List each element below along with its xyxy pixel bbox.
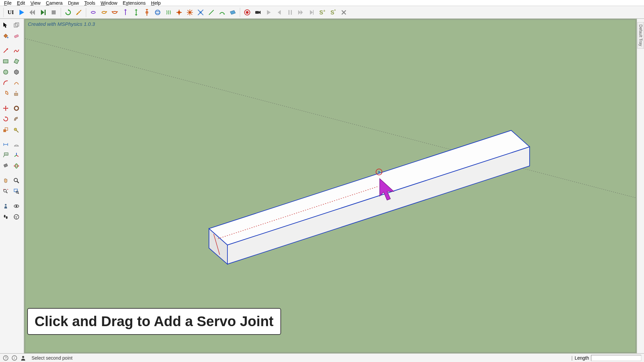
menu-help[interactable]: Help [148, 0, 163, 6]
right-tray-label[interactable]: Default Tray [637, 22, 644, 49]
rotate-tool[interactable] [1, 114, 11, 124]
info-icon[interactable]: i [11, 355, 17, 361]
menu-window[interactable]: Window [98, 0, 120, 6]
line-tool[interactable] [1, 46, 11, 56]
svg-line-83 [17, 181, 19, 183]
curvy-slider-button[interactable] [217, 7, 227, 17]
orbit-tool[interactable] [11, 161, 21, 171]
ball-button[interactable] [185, 7, 195, 17]
make-component-tool[interactable] [11, 20, 21, 30]
pause-button[interactable] [285, 7, 295, 17]
close-overlay-button[interactable] [339, 7, 349, 17]
servo-button[interactable] [110, 7, 120, 17]
help-icon[interactable]: ? [3, 355, 9, 361]
camera-button[interactable] [253, 7, 263, 17]
step-forward-button[interactable] [38, 7, 48, 17]
pie-tool[interactable] [1, 88, 11, 99]
record-button[interactable] [242, 7, 252, 17]
zoom-tool[interactable] [11, 176, 21, 186]
svg-marker-17 [146, 9, 148, 10]
rewind-button[interactable] [27, 7, 37, 17]
move-tool[interactable] [1, 103, 11, 113]
follow-me-tool[interactable] [11, 103, 21, 113]
pan-tool[interactable] [1, 176, 11, 186]
svg-line-77 [16, 155, 18, 157]
rectangle-tool[interactable] [1, 56, 11, 66]
up-vector-button[interactable] [153, 7, 163, 17]
select-tool[interactable] [1, 20, 11, 30]
svg-marker-9 [111, 11, 113, 12]
menu-draw[interactable]: Draw [65, 0, 82, 6]
axes-tool[interactable] [11, 150, 21, 160]
fast-fwd-button[interactable] [296, 7, 306, 17]
gyro-button[interactable] [163, 7, 173, 17]
plane-button[interactable] [228, 7, 238, 17]
svg-text:A1: A1 [5, 153, 8, 155]
position-camera-tool[interactable] [1, 201, 11, 211]
freehand-tool[interactable] [11, 46, 21, 56]
dimension-tool[interactable] [1, 139, 11, 149]
look-around-tool[interactable] [11, 201, 21, 211]
ui-button[interactable]: UI [6, 7, 16, 17]
viewport[interactable]: Created with MSPhysics 1.0.3 [24, 19, 637, 353]
svg-marker-79 [4, 164, 8, 167]
play-rec-button[interactable] [264, 7, 274, 17]
universal-button[interactable] [196, 7, 206, 17]
svg-rect-62 [14, 93, 18, 96]
person-icon[interactable] [20, 355, 26, 361]
motor-button[interactable] [99, 7, 109, 17]
menu-file[interactable]: File [1, 0, 14, 6]
menu-tools[interactable]: Tools [82, 0, 98, 6]
corkscrew-button[interactable] [206, 7, 216, 17]
spring-button[interactable] [142, 7, 152, 17]
tape-measure-tool[interactable] [11, 125, 21, 135]
eraser-tool[interactable] [11, 31, 21, 41]
two-point-arc-tool[interactable] [11, 78, 21, 88]
svg-point-60 [4, 70, 8, 74]
polygon-tool[interactable] [11, 67, 21, 77]
status-bar: ? i Select second point | Length [0, 353, 644, 362]
measurement-input[interactable] [591, 355, 641, 361]
right-tray[interactable]: Default Tray [637, 19, 644, 353]
svg-point-68 [14, 128, 17, 131]
zoom-window-tool[interactable] [11, 186, 21, 196]
protractor-tool[interactable] [11, 139, 21, 149]
joint-connect-button[interactable] [74, 7, 84, 17]
previous-view-tool[interactable] [11, 212, 21, 222]
svg-marker-36 [230, 10, 235, 14]
piston-button[interactable] [131, 7, 141, 17]
svg-marker-47 [310, 10, 313, 15]
menu-extensions[interactable]: Extensions [120, 0, 149, 6]
menu-camera[interactable]: Camera [43, 0, 65, 6]
paint-bucket-tool[interactable] [1, 31, 11, 41]
menu-edit[interactable]: Edit [14, 0, 28, 6]
scale-tool[interactable] [1, 125, 11, 135]
hinge-button[interactable] [88, 7, 98, 17]
play-button[interactable] [16, 7, 26, 17]
s-plus-button[interactable]: S+ [317, 7, 327, 17]
svg-rect-55 [14, 35, 18, 38]
svg-point-80 [14, 165, 19, 167]
offset-tool[interactable] [11, 114, 21, 124]
loop-button[interactable] [63, 7, 73, 17]
menu-bar: File Edit View Camera Draw Tools Window … [0, 0, 644, 6]
scene-canvas [25, 20, 636, 352]
circle-tool[interactable] [1, 67, 11, 77]
rotated-rectangle-tool[interactable] [11, 56, 21, 66]
s-star-button[interactable]: S* [328, 7, 338, 17]
slider-button[interactable] [120, 7, 130, 17]
walk-tool[interactable] [1, 212, 11, 222]
svg-marker-101 [209, 130, 530, 245]
svg-point-7 [78, 11, 80, 13]
text-tool[interactable]: A1 [1, 150, 11, 160]
fixed-button[interactable] [174, 7, 184, 17]
section-plane-tool[interactable] [1, 161, 11, 171]
menu-view[interactable]: View [28, 0, 43, 6]
zoom-extents-tool[interactable] [1, 186, 11, 196]
stop-button[interactable] [49, 7, 59, 17]
toolbar-separator [3, 8, 4, 17]
next-button[interactable] [307, 7, 317, 17]
prev-button[interactable] [274, 7, 284, 17]
arc-tool[interactable] [1, 78, 11, 88]
push-pull-tool[interactable] [11, 88, 21, 99]
